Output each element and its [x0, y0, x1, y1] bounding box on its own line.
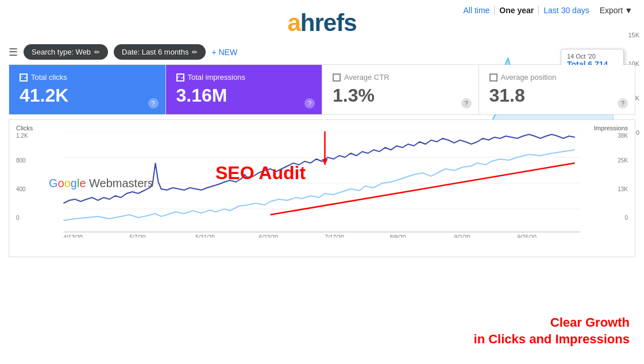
total-clicks-label: Total clicks — [31, 73, 67, 82]
svg-text:6/23/20: 6/23/20 — [259, 234, 279, 238]
svg-line-10 — [271, 163, 575, 215]
y-left-1.2k: 1.2K — [16, 133, 28, 139]
filter-icon[interactable]: ☰ — [9, 46, 18, 59]
avg-position-checkbox[interactable] — [489, 73, 498, 82]
avg-ctr-help[interactable]: ? — [461, 98, 472, 109]
total-clicks-value: 41.2K — [20, 85, 155, 106]
total-impressions-label: Total impressions — [188, 73, 245, 82]
svg-text:7/17/20: 7/17/20 — [325, 234, 345, 238]
top-chart-y-15k: 15K — [628, 32, 639, 38]
stat-total-impressions: ✓ Total impressions 3.16M ? — [166, 65, 323, 114]
date-filter[interactable]: Date: Last 6 months ✏ — [114, 44, 206, 60]
y-left-title: Clicks — [16, 125, 33, 131]
stats-row: ✓ Total clicks 41.2K ? ✓ Total impressio… — [9, 64, 635, 115]
svg-text:8/9/20: 8/9/20 — [390, 234, 406, 238]
svg-text:4/13/20: 4/13/20 — [64, 234, 83, 238]
avg-ctr-value: 1.3% — [333, 85, 468, 106]
svg-text:5/7/20: 5/7/20 — [130, 234, 146, 238]
y-right-38k: 38K — [618, 133, 628, 139]
y-right-13k: 13K — [618, 186, 628, 192]
stat-avg-ctr: Average CTR 1.3% ? — [322, 65, 479, 114]
pencil-icon: ✏ — [94, 48, 100, 56]
new-button[interactable]: + NEW — [211, 48, 237, 57]
y-right-0: 0 — [624, 215, 628, 221]
tooltip-date: 14 Oct '20 — [567, 53, 618, 60]
logo-hrefs: hrefs — [300, 9, 357, 36]
bottom-chart-panel: Clicks Impressions 1.2K 800 400 0 38K 25… — [9, 119, 635, 257]
total-clicks-checkbox[interactable]: ✓ — [20, 73, 28, 82]
stat-total-clicks: ✓ Total clicks 41.2K ? — [9, 65, 166, 114]
pencil-icon-2: ✏ — [192, 48, 198, 56]
stat-avg-position: Average position 31.8 ? — [479, 65, 635, 114]
svg-text:9/2/20: 9/2/20 — [454, 234, 471, 238]
y-left-400: 400 — [16, 186, 26, 192]
y-right-25k: 25K — [618, 157, 628, 164]
y-right-title: Impressions — [594, 125, 628, 131]
search-type-filter[interactable]: Search type: Web ✏ — [24, 44, 108, 60]
svg-text:9/25/20: 9/25/20 — [518, 234, 537, 238]
clear-growth-overlay: Clear Growth in Clicks and Impressions — [474, 314, 630, 348]
total-clicks-help[interactable]: ? — [148, 98, 159, 109]
avg-position-label: Average position — [501, 73, 557, 82]
avg-ctr-checkbox[interactable] — [333, 73, 341, 82]
avg-position-help[interactable]: ? — [618, 98, 628, 109]
top-chart-y-0: 0 — [636, 129, 639, 136]
avg-ctr-label: Average CTR — [344, 73, 390, 82]
logo-a: a — [287, 9, 300, 36]
total-impressions-checkbox[interactable]: ✓ — [176, 73, 184, 82]
y-left-800: 800 — [16, 157, 26, 164]
y-left-0: 0 — [16, 215, 20, 221]
avg-position-value: 31.8 — [489, 85, 625, 106]
svg-marker-12 — [322, 159, 328, 165]
svg-text:5/31/20: 5/31/20 — [196, 234, 215, 238]
total-impressions-value: 3.16M — [176, 85, 312, 106]
total-impressions-help[interactable]: ? — [304, 98, 315, 109]
bottom-chart-svg: 4/13/20 5/7/20 5/31/20 6/23/20 7/17/20 8… — [29, 131, 615, 238]
